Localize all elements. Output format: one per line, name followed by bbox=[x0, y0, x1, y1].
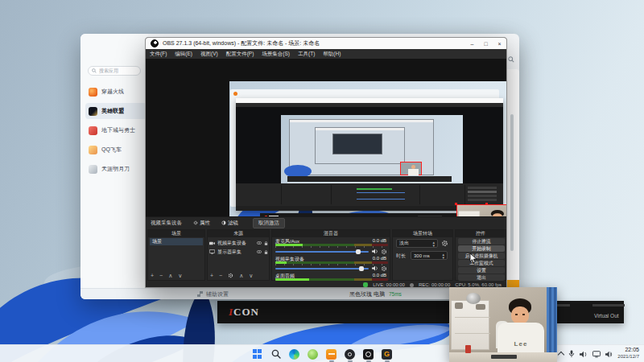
wegame-scrollbar[interactable] bbox=[510, 114, 514, 251]
start-recording-button[interactable]: 开始录制 bbox=[458, 245, 505, 252]
mixer-dock-title[interactable]: 混音器 bbox=[272, 230, 390, 237]
recursion-level2-desktop bbox=[281, 115, 463, 183]
studio-mode-button[interactable]: 工作室模式 bbox=[458, 260, 505, 266]
gear-icon[interactable] bbox=[381, 249, 387, 255]
eye-icon[interactable] bbox=[257, 241, 262, 245]
source-properties-gear-icon[interactable] bbox=[228, 273, 233, 278]
settings-button[interactable]: 设置 bbox=[458, 267, 505, 274]
scenes-dock-title[interactable]: 场景 bbox=[148, 230, 204, 237]
sources-dock-title[interactable]: 来源 bbox=[208, 230, 269, 237]
filters-button[interactable]: 滤镜 bbox=[221, 220, 238, 227]
taskbar-clock[interactable]: 22:05 2021/12/7 bbox=[605, 347, 639, 360]
orange-app-button[interactable] bbox=[326, 348, 337, 360]
mini-control-button bbox=[468, 195, 497, 197]
start-button[interactable] bbox=[252, 348, 263, 360]
speaker-icon[interactable] bbox=[372, 249, 378, 254]
move-scene-up-button[interactable]: ∧ bbox=[168, 273, 172, 278]
eye-icon[interactable] bbox=[257, 250, 262, 253]
selection-handle[interactable] bbox=[455, 203, 457, 205]
close-button[interactable]: × bbox=[493, 38, 506, 49]
meter-ticks bbox=[275, 246, 388, 248]
select-arrows-icon: ▴▾ bbox=[432, 241, 435, 247]
menu-edit[interactable]: 编辑(E) bbox=[171, 51, 196, 58]
lock-icon[interactable] bbox=[264, 241, 268, 245]
obs-taskbar-button[interactable] bbox=[363, 348, 374, 360]
dark-round-app-button[interactable] bbox=[345, 348, 356, 360]
transition-gear-icon[interactable] bbox=[441, 240, 448, 247]
webcam-window[interactable]: Lee bbox=[449, 287, 557, 362]
menu-file[interactable]: 文件(F) bbox=[146, 51, 171, 58]
wegame-game-item[interactable]: QQ飞车 bbox=[85, 142, 147, 158]
source-row[interactable]: 显示器采集 bbox=[209, 248, 268, 256]
wegame-search-input[interactable]: 搜索应用 bbox=[88, 66, 141, 76]
wegame-game-item[interactable]: 天涯明月刀 bbox=[85, 161, 147, 177]
remove-source-button[interactable]: − bbox=[219, 273, 222, 279]
obs-titlebar[interactable]: OBS 27.1.3 (64-bit, windows) - 配置文件: 未命名… bbox=[146, 38, 506, 49]
mini-control-button bbox=[468, 191, 497, 193]
camera-icon bbox=[209, 241, 215, 245]
volume-slider[interactable] bbox=[275, 268, 369, 269]
edge-browser-button[interactable] bbox=[289, 348, 300, 360]
controls-dock-title[interactable]: 控件 bbox=[456, 230, 506, 237]
move-source-up-button[interactable]: ∧ bbox=[239, 273, 243, 279]
exit-button[interactable]: 退出 bbox=[458, 274, 505, 281]
wegame-game-item[interactable]: 地下城与勇士 bbox=[85, 122, 147, 138]
live-indicator-icon bbox=[363, 282, 368, 287]
tray-chevron-up-icon[interactable] bbox=[558, 352, 564, 358]
mini-dock-separator bbox=[464, 185, 465, 204]
transitions-dock-title[interactable]: 场景转场 bbox=[393, 230, 452, 237]
start-virtual-camera-button[interactable]: 启动虚拟摄像机 bbox=[458, 253, 505, 259]
mini-slider bbox=[357, 192, 405, 193]
meter-ticks bbox=[275, 264, 388, 265]
wegame-game-item[interactable]: 穿越火线 bbox=[85, 84, 147, 100]
gear-icon bbox=[193, 220, 198, 225]
controls-dock: 控件 停止推流 开始录制 启动虚拟摄像机 工作室模式 设置 退出 bbox=[455, 229, 506, 281]
volume-slider[interactable] bbox=[275, 251, 369, 253]
minimize-button[interactable]: – bbox=[465, 38, 479, 49]
menu-scene-collection[interactable]: 场景集合(S) bbox=[258, 51, 294, 58]
menu-profile[interactable]: 配置文件(P) bbox=[222, 51, 258, 58]
lock-icon[interactable] bbox=[264, 250, 268, 254]
speaker-icon[interactable] bbox=[580, 351, 588, 358]
preview-webcam-source-selected[interactable] bbox=[456, 204, 506, 216]
mini-wegame-logo bbox=[233, 92, 237, 96]
display-icon[interactable] bbox=[592, 351, 601, 358]
wegame-taskbar-button[interactable]: G bbox=[382, 348, 393, 360]
remove-scene-button[interactable]: − bbox=[159, 273, 163, 278]
menu-help[interactable]: 帮助(H) bbox=[319, 51, 345, 58]
maximize-button[interactable]: □ bbox=[479, 38, 493, 49]
slider-handle[interactable] bbox=[359, 266, 364, 271]
duration-spinbox[interactable]: 300 ms ▴▾ bbox=[411, 251, 448, 260]
rec-timer: REC: 00:00:00 bbox=[419, 282, 450, 287]
search-button[interactable] bbox=[270, 348, 282, 360]
add-scene-button[interactable]: + bbox=[151, 273, 154, 278]
deactivate-button[interactable]: 取消激活 bbox=[253, 218, 285, 228]
move-scene-down-button[interactable]: ∨ bbox=[178, 273, 182, 278]
move-source-down-button[interactable]: ∨ bbox=[249, 273, 253, 279]
green-app-button[interactable] bbox=[308, 348, 319, 360]
game-icon bbox=[89, 107, 97, 116]
slider-handle[interactable] bbox=[356, 249, 361, 254]
stop-streaming-button[interactable]: 停止推流 bbox=[458, 238, 505, 245]
search-icon[interactable] bbox=[508, 56, 514, 63]
aux-settings-label[interactable]: 辅助设置 bbox=[206, 290, 229, 298]
scene-item[interactable]: 场景 bbox=[150, 238, 203, 245]
add-source-button[interactable]: + bbox=[210, 273, 213, 279]
icon-logo: ICON bbox=[229, 306, 259, 319]
transitions-dock: 场景转场 淡出 ▴▾ 时长 300 ms ▴▾ bbox=[392, 229, 453, 281]
scenes-dock: 场景 场景 + − ∧ ∨ bbox=[147, 229, 205, 281]
transition-select[interactable]: 淡出 ▴▾ bbox=[396, 239, 438, 248]
selection-handle[interactable] bbox=[485, 203, 488, 205]
wegame-game-item-selected[interactable]: 英雄联盟 bbox=[85, 103, 147, 119]
menu-view[interactable]: 视图(V) bbox=[196, 51, 222, 58]
properties-button[interactable]: 属性 bbox=[193, 220, 210, 227]
obs-preview[interactable] bbox=[146, 59, 506, 216]
mic-icon[interactable] bbox=[568, 350, 575, 358]
wegame-search-placeholder: 搜索应用 bbox=[99, 68, 118, 75]
speaker-icon[interactable] bbox=[372, 265, 378, 271]
filter-icon bbox=[221, 220, 226, 225]
source-row[interactable]: 视频采集设备 bbox=[209, 239, 268, 247]
gear-icon[interactable] bbox=[381, 265, 387, 272]
menu-tools[interactable]: 工具(T) bbox=[294, 51, 319, 58]
clock-time: 22:05 bbox=[605, 347, 639, 353]
